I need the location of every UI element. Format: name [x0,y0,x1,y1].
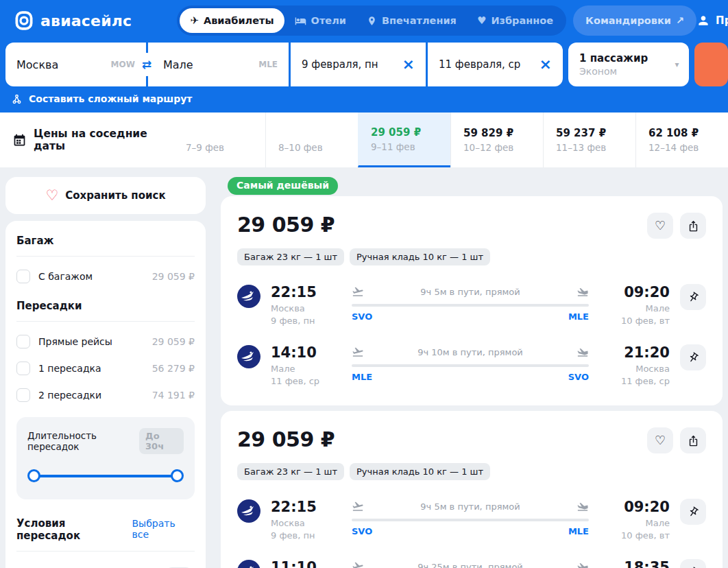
destination-field[interactable]: Мале MLE [148,43,289,86]
destination-code: MLE [258,60,278,69]
duration-badge: До 30ч [139,428,184,454]
route-line [352,364,589,367]
favorite-ticket-button[interactable]: ♡ [647,213,673,239]
heart-outline-icon: ♡ [655,434,666,447]
route-middle: 9ч 25м в пути, прямой MLE SVO [334,560,607,568]
landing-plane-icon [577,285,589,298]
airline-logo [237,499,260,523]
select-all-link[interactable]: Выбрать все [132,518,195,540]
calendar-icon [12,133,27,147]
filter-with-baggage[interactable]: С багажом 29 059 ₽ [16,270,195,283]
pushpin-icon [685,504,701,520]
landing-plane-icon [577,560,589,568]
airline-logo [237,285,260,308]
checkbox[interactable] [16,388,30,402]
divider [16,256,195,257]
takeoff-plane-icon [352,500,364,512]
filter-one-transfer[interactable]: 1 пересадка 56 279 ₽ [16,362,195,375]
clear-return-date-icon[interactable]: × [539,57,552,72]
complex-route-button[interactable]: Составить сложный маршрут [0,86,728,113]
checkbox[interactable] [16,335,30,348]
save-search-button[interactable]: ♡ Сохранить поиск [5,177,206,214]
duration-text: 9ч 25м в пути, прямой [417,562,523,568]
dep-airport-code: SVO [352,311,372,322]
ticket-price: 29 059 ₽ [237,427,335,451]
return-date-field[interactable]: 11 февраля, ср × [428,43,563,86]
brand-logo[interactable]: авиасейлс [14,10,132,31]
nav-tab-favorites[interactable]: ♥ Избранное [467,8,563,33]
chevron-down-icon: ▾ [675,60,679,69]
checkbox[interactable] [16,362,30,375]
date-tab[interactable]: 8–10 фев [265,113,358,167]
pushpin-icon [685,289,701,305]
baggage-pill: Багаж 23 кг — 1 шт [237,248,344,265]
filter-direct-flights[interactable]: Прямые рейсы 29 059 ₽ [16,335,195,348]
filter-two-transfers[interactable]: 2 пересадки 74 191 ₽ [16,388,195,402]
results-list: Самый дешёвый 29 059 ₽ ♡ Багаж 23 кг — 1… [221,177,723,568]
route-middle: 9ч 5м в пути, прямой SVO MLE [334,500,607,536]
heart-outline-icon: ♡ [45,189,58,203]
takeoff-plane-icon [352,285,364,298]
flight-leg-return: 14:10 Мале 11 фев, ср 9ч 10м в пути, пря… [237,344,706,386]
departure-block: 22:15 Москва 9 фев, пн [271,284,334,326]
ticket-card[interactable]: 29 059 ₽ ♡ Багаж 23 кг — 1 шт Ручная кла… [221,196,723,405]
route-line [352,519,589,521]
arr-airport-code: SVO [568,372,589,382]
origin-field[interactable]: Москва MOW [5,43,146,86]
airline-logo [237,560,260,568]
slider-track [32,475,180,477]
slider-handle-max[interactable] [171,469,184,482]
pin-flight-button[interactable] [680,559,706,568]
business-trips-button[interactable]: Командировки ↗ [573,5,696,36]
divider [16,551,195,552]
date-tab[interactable]: 59 829 ₽ 10–12 фев [450,113,543,167]
external-arrow-icon: ↗ [676,15,684,26]
destination-city: Мале [163,58,193,71]
search-submit-button[interactable] [694,43,728,86]
dep-airport-code: MLE [352,372,372,382]
profile-button[interactable]: Профиль [696,14,728,27]
share-ticket-button[interactable] [680,427,706,453]
checkbox[interactable] [16,270,30,283]
search-fields-group: Москва MOW ⇄ Мале MLE 9 февраля, пн × 11… [5,43,563,86]
ticket-card[interactable]: 29 059 ₽ ♡ Багаж 23 кг — 1 шт Ручная кла… [221,411,723,568]
main-nav: ✈ Авиабилеты Отели Впечатления ♥ Избранн… [177,5,566,36]
dep-airport-code: SVO [352,526,372,536]
arr-airport-code: MLE [568,311,589,322]
departure-block: 22:15 Москва 9 фев, пн [271,499,334,541]
nav-tab-experiences[interactable]: Впечатления [356,8,467,33]
share-icon [688,220,699,232]
filters-card: Багаж С багажом 29 059 ₽ Пересадки Прямы… [5,221,206,568]
pushpin-icon [685,349,701,366]
favorite-ticket-button[interactable]: ♡ [647,427,673,453]
arrival-block: 09:20 Мале 10 фев, вт [607,284,670,326]
date-tab[interactable]: 59 237 ₽ 11–13 фев [543,113,635,167]
airline-logo [237,345,260,368]
depart-date-field[interactable]: 9 февраля, пн × [291,43,426,86]
duration-slider[interactable] [27,469,184,483]
arrival-block: 21:20 Москва 11 фев, ср [607,344,670,386]
filters-sidebar: ♡ Сохранить поиск Багаж С багажом 29 059… [5,177,206,568]
arr-airport-code: MLE [568,526,589,536]
clear-depart-date-icon[interactable]: × [402,57,415,72]
pin-flight-button[interactable] [680,284,706,310]
neighbor-dates-bar: Цены на соседние даты 7–9 фев 8–10 фев 2… [0,113,728,167]
share-ticket-button[interactable] [680,213,706,239]
pin-flight-button[interactable] [680,499,706,525]
conditions-section-title: Условия пересадок [16,517,132,542]
slider-handle-min[interactable] [27,469,40,482]
topbar: авиасейлс ✈ Авиабилеты Отели Впечатления… [0,0,728,41]
pushpin-icon [685,564,701,568]
date-tab[interactable]: 62 108 ₽ 12–14 фев [635,113,728,167]
pin-flight-button[interactable] [680,344,706,370]
date-tab[interactable]: 7–9 фев [173,113,265,167]
nav-tab-flights[interactable]: ✈ Авиабилеты [180,8,284,33]
bed-icon [295,15,306,27]
search-form: Москва MOW ⇄ Мале MLE 9 февраля, пн × 11… [5,43,728,86]
date-tab-active[interactable]: 29 059 ₽ 9–11 фев [358,113,450,167]
header-block: авиасейлс ✈ Авиабилеты Отели Впечатления… [0,0,728,113]
nav-tab-hotels[interactable]: Отели [284,8,356,33]
baggage-pill: Багаж 23 кг — 1 шт [237,463,344,480]
passengers-field[interactable]: 1 пассажир Эконом ▾ [568,43,689,86]
swap-cities-button[interactable]: ⇄ [135,53,158,76]
